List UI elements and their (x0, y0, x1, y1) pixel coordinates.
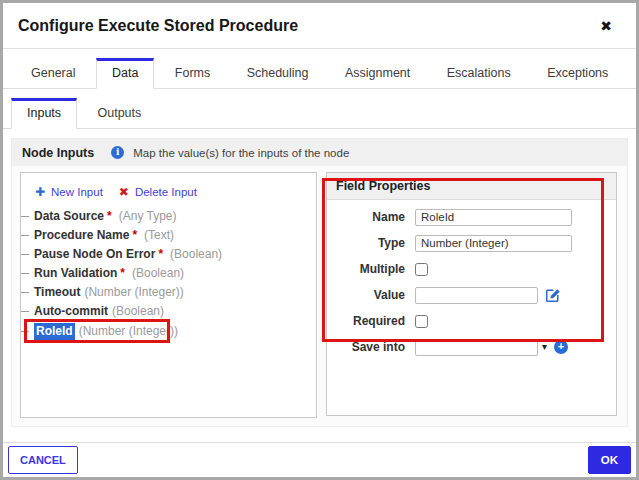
tree-connector (21, 254, 29, 255)
value-field[interactable] (415, 287, 538, 304)
tree-item-timeout[interactable]: Timeout (Number (Integer)) (21, 285, 308, 300)
tree-connector (21, 311, 29, 312)
main-tab-bar: General Data Forms Scheduling Assignment… (3, 49, 636, 89)
cancel-button[interactable]: CANCEL (8, 446, 78, 474)
input-name: Auto-commit (34, 304, 108, 319)
tree-toolbar: ✚ New Input ✖ Delete Input (35, 185, 308, 199)
delete-input-label: Delete Input (135, 186, 197, 198)
save-into-field[interactable] (415, 339, 538, 356)
input-type: (Any Type) (119, 209, 177, 224)
name-field[interactable] (415, 209, 572, 226)
node-inputs-title: Node Inputs (22, 146, 94, 160)
tab-data[interactable]: Data (96, 58, 154, 89)
input-name: Pause Node On Error (34, 247, 155, 262)
multiple-field-label: Multiple (327, 262, 405, 276)
tab-other[interactable]: Other (629, 58, 639, 89)
input-type: (Text) (144, 228, 174, 243)
tree-connector (21, 216, 29, 217)
multiple-checkbox[interactable] (415, 263, 428, 276)
node-inputs-description: Map the value(s) for the inputs of the n… (133, 147, 349, 159)
tree-connector (21, 235, 29, 236)
required-asterisk: * (132, 228, 137, 243)
tree-item-pause-node-on-error[interactable]: Pause Node On Error * (Boolean) (21, 247, 308, 262)
tab-exceptions[interactable]: Exceptions (531, 58, 624, 89)
type-row: Type (327, 234, 616, 252)
delete-input-button[interactable]: ✖ Delete Input (119, 185, 197, 199)
add-save-target-icon[interactable]: + (554, 340, 568, 354)
input-type: (Number (Integer)) (79, 324, 178, 339)
required-asterisk: * (120, 266, 125, 281)
dialog-footer: CANCEL OK (3, 442, 636, 477)
input-name: Timeout (34, 285, 80, 300)
close-icon[interactable]: ✖ (600, 19, 612, 33)
chevron-down-icon[interactable]: ▾ (542, 342, 547, 352)
tab-general[interactable]: General (15, 58, 91, 89)
tree-item-roleid[interactable]: RoleId (Number (Integer)) (21, 323, 308, 340)
node-inputs-header: Node Inputs i Map the value(s) for the i… (12, 139, 627, 166)
tab-inputs[interactable]: Inputs (11, 98, 77, 129)
new-input-button[interactable]: ✚ New Input (35, 185, 103, 199)
field-properties-form: Name Type Multiple Value (327, 200, 616, 356)
tab-forms[interactable]: Forms (159, 58, 226, 89)
inputs-tree: Data Source * (Any Type) Procedure Name … (21, 209, 308, 340)
value-field-label: Value (327, 288, 405, 302)
input-name-selected: RoleId (34, 323, 75, 340)
input-type: (Number (Integer)) (84, 285, 183, 300)
input-name: Run Validation (34, 266, 117, 281)
tab-scheduling[interactable]: Scheduling (231, 58, 325, 89)
name-field-label: Name (327, 210, 405, 224)
field-properties-title: Field Properties (327, 173, 616, 200)
inputs-tree-panel: ✚ New Input ✖ Delete Input Data Source *… (20, 172, 317, 418)
tree-item-auto-commit[interactable]: Auto-commit (Boolean) (21, 304, 308, 319)
tree-item-run-validation[interactable]: Run Validation * (Boolean) (21, 266, 308, 281)
node-inputs-section: Node Inputs i Map the value(s) for the i… (11, 138, 628, 427)
configure-stored-procedure-dialog: Configure Execute Stored Procedure ✖ Gen… (0, 0, 639, 480)
save-into-row: Save into ▾ + (327, 338, 616, 356)
tree-item-data-source[interactable]: Data Source * (Any Type) (21, 209, 308, 224)
tree-connector (21, 292, 29, 293)
input-type: (Boolean) (132, 266, 184, 281)
spacer (3, 427, 636, 442)
tab-outputs[interactable]: Outputs (82, 98, 158, 129)
info-icon: i (111, 146, 124, 159)
tab-assignment[interactable]: Assignment (329, 58, 426, 89)
new-input-label: New Input (51, 186, 103, 198)
input-type: (Boolean) (112, 304, 164, 319)
tree-connector (21, 331, 29, 332)
dialog-header: Configure Execute Stored Procedure ✖ (3, 3, 636, 49)
panels-row: ✚ New Input ✖ Delete Input Data Source *… (12, 166, 627, 426)
required-field-label: Required (327, 314, 405, 328)
multiple-row: Multiple (327, 260, 616, 278)
type-field[interactable] (415, 235, 572, 252)
input-name: Procedure Name (34, 228, 129, 243)
delete-x-icon: ✖ (119, 185, 129, 199)
value-row: Value (327, 286, 616, 304)
input-type: (Boolean) (170, 247, 222, 262)
sub-tab-bar: Inputs Outputs (3, 89, 636, 129)
dialog-title: Configure Execute Stored Procedure (18, 17, 298, 35)
name-row: Name (327, 208, 616, 226)
input-name: Data Source (34, 209, 104, 224)
required-checkbox[interactable] (415, 315, 428, 328)
type-field-label: Type (327, 236, 405, 250)
required-row: Required (327, 312, 616, 330)
save-into-field-label: Save into (327, 340, 405, 354)
edit-icon[interactable] (545, 287, 561, 303)
required-asterisk: * (158, 247, 163, 262)
field-properties-panel: Field Properties Name Type Multiple (326, 172, 617, 416)
ok-button[interactable]: OK (588, 446, 631, 474)
plus-icon: ✚ (35, 185, 45, 199)
tree-connector (21, 273, 29, 274)
tab-escalations[interactable]: Escalations (431, 58, 527, 89)
tree-item-procedure-name[interactable]: Procedure Name * (Text) (21, 228, 308, 243)
required-asterisk: * (107, 209, 112, 224)
